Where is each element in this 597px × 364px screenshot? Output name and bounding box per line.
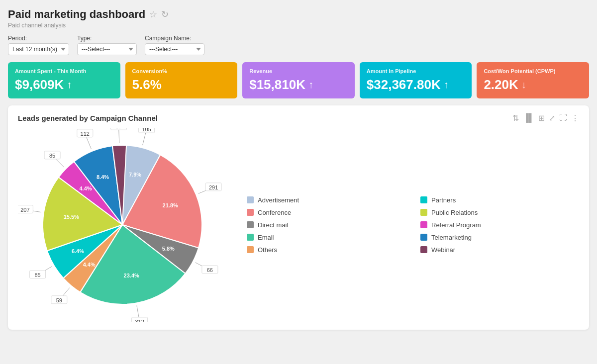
pie-value-label: 85 [34, 272, 40, 278]
kpi-label: Conversion% [132, 68, 231, 74]
kpi-value: $32,367.80K↑ [367, 77, 465, 92]
pie-value-label: 59 [56, 297, 62, 303]
legend-swatch [420, 246, 427, 253]
title-row: Paid marketing dashboard ☆ ↻ [8, 8, 589, 21]
legend-item: Webinar [420, 246, 579, 254]
pie-pct-label: 4.4% [79, 185, 92, 191]
legend-label: Webinar [431, 246, 455, 254]
kpi-value: 2.20K↓ [484, 77, 582, 92]
legend-swatch [420, 221, 427, 228]
more-icon[interactable]: ⋮ [571, 113, 579, 123]
legend-swatch [420, 196, 427, 203]
legend-swatch [420, 234, 427, 241]
pie-value-label: 105 [142, 128, 151, 132]
kpi-row: Amount Spent - This Month $9,609K↑ Conve… [8, 62, 589, 98]
pie-pct-label: 7.9% [129, 172, 141, 178]
pie-pct-label: 5.8% [162, 246, 175, 252]
pie-value-label: 207 [20, 207, 29, 213]
page-subtitle: Paid channel analysis [8, 22, 589, 29]
legend-label: Others [258, 246, 277, 254]
legend-swatch [420, 209, 427, 216]
legend-swatch [247, 209, 254, 216]
pie-svg: 7.9%10521.8%2915.8%6623.4%3124.4%596.4%8… [18, 128, 227, 322]
legend-label: Referral Program [431, 221, 481, 229]
legend-area: Advertisement Partners Conference Public… [227, 196, 579, 254]
pie-value-label: 66 [207, 267, 213, 273]
download-icon[interactable]: ⇅ [512, 113, 519, 123]
legend-item: Partners [420, 196, 579, 204]
legend-label: Telemarketing [431, 234, 472, 241]
down-arrow-icon: ↓ [521, 79, 526, 91]
legend-label: Advertisement [258, 196, 299, 204]
chart-actions: ⇅ ▐▌ ⊞ ⤢ ⛶ ⋮ [512, 113, 579, 123]
campaign-label: Campaign Name: [145, 35, 204, 42]
kpi-card: Amount Spent - This Month $9,609K↑ [8, 62, 120, 98]
chart-header: Leads generated by Campaign Channel ⇅ ▐▌… [18, 113, 579, 123]
kpi-label: Amount In Pipeline [367, 68, 465, 74]
page-title: Paid marketing dashboard [8, 8, 145, 21]
legend-item: Referral Program [420, 221, 579, 229]
up-arrow-icon: ↑ [444, 79, 449, 91]
pie-value-label: 112 [81, 131, 90, 137]
legend-item: Telemarketing [420, 234, 579, 241]
pie-pct-label: 15.5% [64, 214, 79, 220]
legend-item: Conference [247, 209, 405, 216]
period-select[interactable]: Last 12 month(s) [8, 43, 69, 55]
legend-swatch [247, 196, 254, 203]
pie-chart: 7.9%10521.8%2915.8%6623.4%3124.4%596.4%8… [18, 128, 227, 322]
kpi-label: Amount Spent - This Month [15, 68, 113, 74]
legend-label: Email [258, 234, 274, 241]
legend-item: Public Relations [420, 209, 579, 216]
legend-item: Email [247, 234, 405, 241]
page-wrapper: Paid marketing dashboard ☆ ↻ Paid channe… [8, 8, 589, 330]
kpi-label: Cost/Won Potential (CPWP) [484, 68, 582, 74]
pie-value-label: 291 [209, 184, 218, 190]
pie-pct-label: 23.4% [124, 273, 139, 278]
legend-item: Advertisement [247, 196, 405, 204]
kpi-value: 5.6% [132, 77, 231, 92]
kpi-value: $9,609K↑ [15, 77, 113, 92]
kpi-card: Amount In Pipeline $32,367.80K↑ [360, 62, 472, 98]
legend-label: Direct mail [258, 221, 288, 229]
table-icon[interactable]: ⊞ [538, 113, 545, 123]
type-select[interactable]: ---Select--- [77, 43, 137, 55]
kpi-value: $15,810K↑ [249, 77, 348, 92]
bar-chart-icon[interactable]: ▐▌ [523, 113, 534, 123]
pie-pct-label: 6.4% [72, 248, 84, 254]
filters-row: Period: Last 12 month(s) Type: ---Select… [8, 35, 589, 55]
pie-value-label: 312 [135, 319, 144, 322]
period-label: Period: [8, 35, 69, 42]
chart-title: Leads generated by Campaign Channel [18, 114, 158, 122]
kpi-label: Revenue [249, 68, 348, 74]
type-label: Type: [77, 35, 137, 42]
legend-swatch [247, 221, 254, 228]
kpi-card: Cost/Won Potential (CPWP) 2.20K↓ [477, 62, 589, 98]
pie-value-label: 85 [49, 153, 55, 159]
up-arrow-icon: ↑ [67, 79, 72, 91]
header-area: Paid marketing dashboard ☆ ↻ Paid channe… [8, 8, 589, 29]
campaign-select[interactable]: ---Select--- [145, 43, 204, 55]
fullscreen-icon[interactable]: ⛶ [559, 113, 567, 123]
pie-pct-label: 4.4% [83, 262, 96, 268]
legend-label: Conference [258, 209, 291, 216]
legend-label: Partners [431, 196, 456, 204]
pie-pct-label: 21.8% [163, 202, 178, 208]
legend-swatch [247, 234, 254, 241]
kpi-card: Revenue $15,810K↑ [242, 62, 355, 98]
expand-icon[interactable]: ⤢ [549, 113, 555, 123]
type-filter-group: Type: ---Select--- [77, 35, 137, 55]
star-icon[interactable]: ☆ [149, 9, 157, 20]
legend-item: Direct mail [247, 221, 405, 229]
period-filter-group: Period: Last 12 month(s) [8, 35, 69, 55]
legend-label: Public Relations [431, 209, 478, 216]
kpi-card: Conversion% 5.6% [125, 62, 238, 98]
legend-swatch [247, 246, 254, 253]
pie-value-label: 37 [115, 128, 121, 129]
up-arrow-icon: ↑ [308, 79, 313, 91]
campaign-filter-group: Campaign Name: ---Select--- [145, 35, 204, 55]
refresh-icon[interactable]: ↻ [161, 9, 169, 20]
legend-item: Others [247, 246, 405, 254]
pie-pct-label: 8.4% [97, 174, 109, 180]
chart-body: 7.9%10521.8%2915.8%6623.4%3124.4%596.4%8… [18, 128, 579, 322]
chart-card: Leads generated by Campaign Channel ⇅ ▐▌… [8, 105, 589, 330]
